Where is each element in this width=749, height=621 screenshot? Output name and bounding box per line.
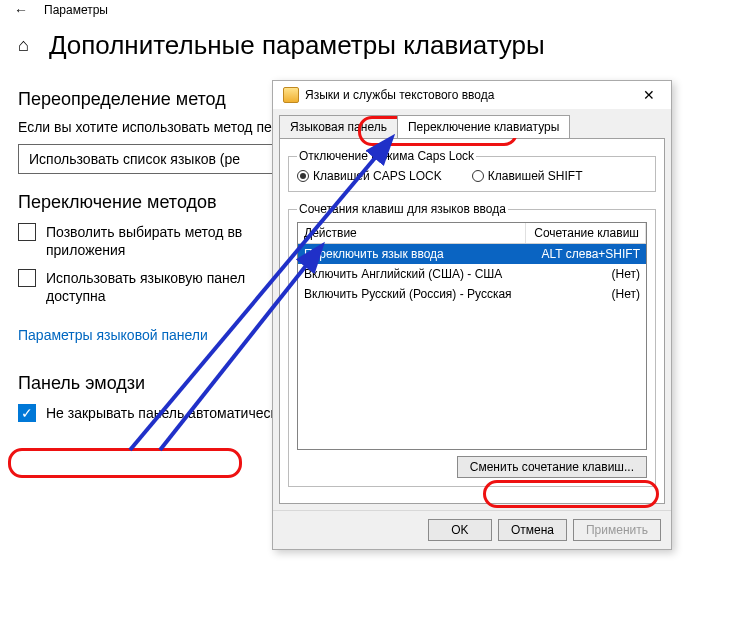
- opt-per-app-label: Позволить выбирать метод вв приложения: [46, 223, 278, 259]
- opt-lang-bar[interactable]: Использовать языковую панел доступна: [18, 269, 278, 305]
- dialog-titlebar: Языки и службы текстового ввода ✕: [273, 81, 671, 109]
- header-row: ⌂ Дополнительные параметры клавиатуры: [0, 20, 749, 71]
- cancel-button[interactable]: Отмена: [498, 519, 567, 541]
- dialog-body: Отключение режима Caps Lock Клавишей CAP…: [279, 138, 665, 504]
- checkbox-icon: ✓: [18, 404, 36, 422]
- opt-per-app[interactable]: Позволить выбирать метод вв приложения: [18, 223, 278, 259]
- capslock-legend: Отключение режима Caps Lock: [297, 149, 476, 163]
- close-icon[interactable]: ✕: [637, 87, 661, 103]
- dialog-icon: [283, 87, 299, 103]
- list-item[interactable]: Переключить язык вводаALT слева+SHIFT: [298, 244, 646, 264]
- dialog-footer: OK Отмена Применить: [273, 510, 671, 549]
- list-item-action: Включить Английский (США) - США: [298, 264, 526, 284]
- page-title: Дополнительные параметры клавиатуры: [49, 30, 545, 61]
- list-header: Действие Сочетание клавиш: [298, 223, 646, 244]
- tab-language-bar[interactable]: Языковая панель: [279, 115, 398, 138]
- window-top-bar: ← Параметры: [0, 0, 749, 20]
- checkbox-icon: [18, 223, 36, 241]
- radio-caps-label: Клавишей CAPS LOCK: [313, 169, 442, 183]
- language-bar-options-link[interactable]: Параметры языковой панели: [18, 327, 208, 343]
- list-item-keys: (Нет): [526, 264, 646, 284]
- capslock-group: Отключение режима Caps Lock Клавишей CAP…: [288, 149, 656, 192]
- text-services-dialog: Языки и службы текстового ввода ✕ Языков…: [272, 80, 672, 550]
- radio-caps[interactable]: Клавишей CAPS LOCK: [297, 169, 442, 183]
- change-hotkey-button[interactable]: Сменить сочетание клавиш...: [457, 456, 647, 478]
- radio-icon: [297, 170, 309, 182]
- hotkeys-list[interactable]: Действие Сочетание клавиш Переключить яз…: [297, 222, 647, 450]
- dialog-tabs: Языковая панель Переключение клавиатуры: [273, 109, 671, 138]
- opt-lang-bar-label: Использовать языковую панел доступна: [46, 269, 278, 305]
- dialog-title: Языки и службы текстового ввода: [305, 88, 494, 102]
- apply-button[interactable]: Применить: [573, 519, 661, 541]
- tab-keyboard-switch[interactable]: Переключение клавиатуры: [397, 115, 570, 138]
- radio-icon: [472, 170, 484, 182]
- list-item[interactable]: Включить Английский (США) - США(Нет): [298, 264, 646, 284]
- ok-button[interactable]: OK: [428, 519, 492, 541]
- list-item[interactable]: Включить Русский (Россия) - Русская(Нет): [298, 284, 646, 304]
- dropdown-value: Использовать список языков (ре: [29, 151, 240, 167]
- col-keys: Сочетание клавиш: [526, 223, 646, 243]
- hotkeys-group: Сочетания клавиш для языков ввода Действ…: [288, 202, 656, 487]
- home-icon[interactable]: ⌂: [18, 35, 29, 56]
- language-list-dropdown[interactable]: Использовать список языков (ре: [18, 144, 278, 174]
- back-icon[interactable]: ←: [14, 2, 28, 18]
- list-item-keys: (Нет): [526, 284, 646, 304]
- window-title: Параметры: [44, 3, 108, 17]
- radio-shift[interactable]: Клавишей SHIFT: [472, 169, 583, 183]
- list-item-action: Переключить язык ввода: [298, 244, 526, 264]
- col-action: Действие: [298, 223, 526, 243]
- checkbox-icon: [18, 269, 36, 287]
- hotkeys-legend: Сочетания клавиш для языков ввода: [297, 202, 508, 216]
- radio-shift-label: Клавишей SHIFT: [488, 169, 583, 183]
- list-item-keys: ALT слева+SHIFT: [526, 244, 646, 264]
- list-item-action: Включить Русский (Россия) - Русская: [298, 284, 526, 304]
